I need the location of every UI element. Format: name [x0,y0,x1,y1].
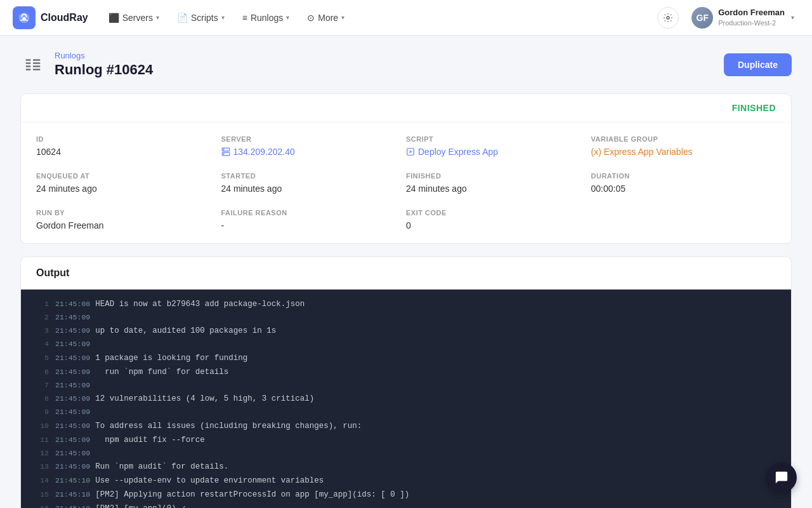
user-env: Production-West-2 [718,18,785,27]
line-timestamp: 21:45:09 [55,366,90,378]
line-number: 13 [31,461,49,472]
user-menu[interactable]: GF Gordon Freeman Production-West-2 ▾ [686,4,799,31]
chat-button[interactable] [766,462,797,493]
line-timestamp: 21:45:09 [55,338,90,350]
line-timestamp: 21:45:09 [55,393,90,404]
terminal[interactable]: 121:45:08HEAD is now at b279643 add pack… [21,290,791,508]
duration-label: DURATION [591,172,766,180]
terminal-line: 1221:45:09 [21,447,791,460]
page-content: Runlogs Runlog #10624 Duplicate FINISHED… [0,36,812,508]
field-variable-group: VARIABLE GROUP (x) Express App Variables [591,135,776,157]
svg-point-13 [223,154,223,154]
server-icon [221,147,230,156]
nav-servers[interactable]: ⬛ Servers ▾ [101,9,167,27]
chevron-icon: ▾ [286,14,289,21]
line-content: To address all issues (including breakin… [95,420,362,432]
runlog-icon [20,52,46,77]
variable-group-link[interactable]: (x) Express App Variables [591,147,766,157]
line-number: 8 [31,393,49,404]
line-number: 5 [31,352,49,364]
field-run-by: RUN BY Gordon Freeman [36,209,221,231]
breadcrumb[interactable]: Runlogs [55,51,153,60]
duplicate-button[interactable]: Duplicate [724,53,792,76]
line-content: run `npm fund` for details [95,366,228,378]
line-number: 2 [31,312,49,323]
page-title: Runlog #10624 [55,62,153,78]
line-content: up to date, audited 100 packages in 1s [95,324,276,337]
terminal-line: 1321:45:09Run `npm audit` for details. [21,460,791,474]
failure-reason-label: FAILURE REASON [221,209,396,217]
fields-row-1: ID 10624 SERVER 134.209.202.40 [36,135,776,157]
line-timestamp: 21:45:09 [55,312,90,323]
fields-row-3: RUN BY Gordon Freeman FAILURE REASON - E… [36,209,776,231]
svg-point-12 [223,149,223,150]
chevron-icon: ▾ [341,14,344,21]
terminal-line: 621:45:09 run `npm fund` for details [21,365,791,379]
line-number: 10 [31,420,49,432]
server-link[interactable]: 134.209.202.40 [221,147,396,157]
enqueued-label: ENQUEUED AT [36,172,211,180]
user-menu-chevron: ▾ [791,14,794,21]
run-by-value: Gordon Freeman [36,220,211,231]
line-timestamp: 21:45:09 [55,325,90,337]
line-timestamp: 21:45:08 [55,298,90,310]
card-fields: ID 10624 SERVER 134.209.202.40 [21,123,791,243]
server-label: SERVER [221,135,396,143]
line-content: HEAD is now at b279643 add package-lock.… [95,298,304,311]
exit-code-value: 0 [406,220,581,231]
terminal-line: 1621:45:10[PM2] [my_app](0) ✓ [21,502,791,508]
line-number: 12 [31,448,49,459]
terminal-line: 1121:45:09 npm audit fix --force [21,433,791,447]
line-content: [PM2] [my_app](0) ✓ [95,502,186,508]
duration-value: 00:00:05 [591,184,766,194]
title-block: Runlogs Runlog #10624 [55,51,153,78]
line-timestamp: 21:45:09 [55,448,90,459]
brand-logo-link[interactable]: CloudRay [13,6,88,29]
line-number: 3 [31,325,49,337]
runlog-details-card: FINISHED ID 10624 SERVER [20,93,792,244]
line-content: npm audit fix --force [95,434,205,446]
status-bar: FINISHED [21,94,791,123]
svg-point-1 [667,17,669,19]
brand-logo-icon [13,6,36,29]
user-info: Gordon Freeman Production-West-2 [718,8,785,27]
id-label: ID [36,135,211,143]
line-content: Run `npm audit` for details. [95,460,228,473]
nav-more[interactable]: ⊙ More ▾ [299,9,352,27]
run-by-label: RUN BY [36,209,211,217]
variable-group-label: VARIABLE GROUP [591,135,766,143]
field-empty [591,209,776,231]
script-icon [406,147,415,156]
line-number: 7 [31,380,49,391]
line-timestamp: 21:45:09 [55,434,90,446]
line-number: 15 [31,489,49,500]
script-label: SCRIPT [406,135,581,143]
nav-runlogs[interactable]: ≡ Runlogs ▾ [235,9,298,27]
line-timestamp: 21:45:10 [55,489,90,500]
script-link[interactable]: Deploy Express App [406,147,581,157]
field-id: ID 10624 [36,135,221,157]
server-icon: ⬛ [108,13,119,23]
nav-scripts[interactable]: 📄 Scripts ▾ [169,9,232,27]
terminal-line: 1521:45:10[PM2] Applying action restartP… [21,488,791,502]
notifications-button[interactable] [657,7,679,29]
line-content: 1 package is looking for funding [95,352,247,364]
line-content: [PM2] Applying action restartProcessId o… [95,488,409,501]
field-script: SCRIPT Deploy Express App [406,135,591,157]
failure-reason-value: - [221,220,396,231]
line-number: 6 [31,366,49,378]
field-duration: DURATION 00:00:05 [591,172,776,194]
script-icon: 📄 [177,13,188,23]
page-header: Runlogs Runlog #10624 Duplicate [20,51,792,78]
terminal-line: 121:45:08HEAD is now at b279643 add pack… [21,297,791,311]
line-content: Use --update-env to update environment v… [95,474,324,487]
nav-right: GF Gordon Freeman Production-West-2 ▾ [657,4,799,31]
avatar: GF [691,7,713,29]
output-card: Output 121:45:08HEAD is now at b279643 a… [20,257,792,508]
terminal-line: 921:45:09 [21,406,791,418]
finished-label: FINISHED [406,172,581,180]
line-timestamp: 21:45:09 [55,461,90,472]
svg-rect-14 [407,149,414,156]
field-finished: FINISHED 24 minutes ago [406,172,591,194]
line-number: 1 [31,298,49,310]
